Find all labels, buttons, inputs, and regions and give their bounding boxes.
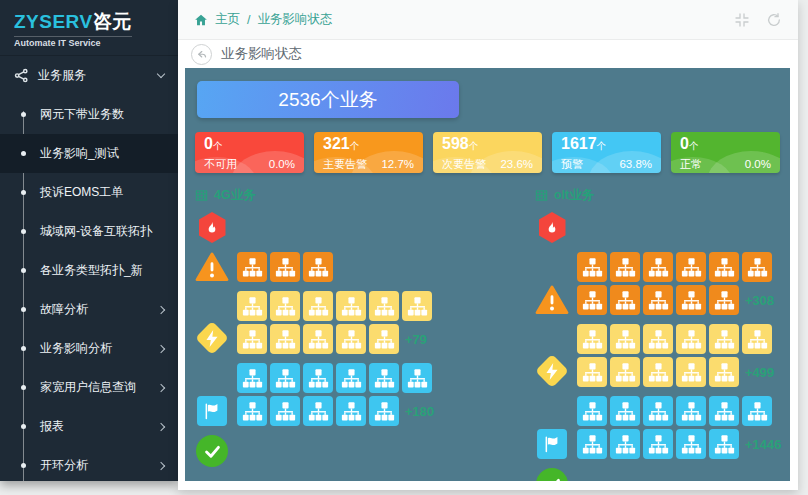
business-node-tile[interactable] xyxy=(336,291,366,321)
business-node-tile[interactable] xyxy=(577,396,607,426)
business-node-tile[interactable] xyxy=(709,252,739,282)
sidebar-item-reports[interactable]: 报表 xyxy=(0,407,178,446)
business-node-tile[interactable] xyxy=(676,429,706,459)
business-node-tile[interactable] xyxy=(270,252,300,282)
business-node-tile[interactable] xyxy=(237,396,267,426)
business-node-tile[interactable] xyxy=(610,429,640,459)
business-node-tile[interactable] xyxy=(676,324,706,354)
business-node-tile[interactable] xyxy=(709,357,739,387)
severity-group-normal xyxy=(535,468,782,481)
severity-icon-cell xyxy=(195,435,229,467)
sidebar-item-man-topology[interactable]: 城域网-设备互联拓扑 xyxy=(0,212,178,251)
business-node-tile[interactable] xyxy=(237,363,267,393)
business-node-tile[interactable] xyxy=(336,396,366,426)
business-node-tile[interactable] xyxy=(237,324,267,354)
business-node-tile[interactable] xyxy=(303,291,333,321)
status-card-major[interactable]: 321个 主要告警12.7% xyxy=(314,132,423,173)
severity-icon-cell xyxy=(535,285,569,315)
status-card-unavailable[interactable]: 0个 不可用0.0% xyxy=(195,132,304,173)
business-node-tile[interactable] xyxy=(369,396,399,426)
sidebar-item-open-loop[interactable]: 开环分析 xyxy=(0,446,178,481)
business-node-tile[interactable] xyxy=(610,396,640,426)
sidebar-item-home-user-query[interactable]: 家宽用户信息查询 xyxy=(0,368,178,407)
card-percent: 63.8% xyxy=(619,158,652,170)
business-node-tile[interactable] xyxy=(336,324,366,354)
business-node-tile[interactable] xyxy=(676,357,706,387)
status-card-normal[interactable]: 0个 正常0.0% xyxy=(671,132,780,173)
status-card-warning[interactable]: 1617个 预警63.8% xyxy=(552,132,661,173)
business-node-tile[interactable] xyxy=(643,285,673,315)
business-node-tile[interactable] xyxy=(709,429,739,459)
sidebar-item-type-topology[interactable]: 各业务类型拓扑_新 xyxy=(0,251,178,290)
business-node-tile[interactable] xyxy=(369,291,399,321)
business-node-tile[interactable] xyxy=(676,396,706,426)
business-node-tile[interactable] xyxy=(709,324,739,354)
business-node-tile[interactable] xyxy=(577,324,607,354)
business-node-tile[interactable] xyxy=(303,396,333,426)
business-node-tile[interactable] xyxy=(643,252,673,282)
business-node-tile[interactable] xyxy=(643,357,673,387)
breadcrumb-home[interactable]: 主页 xyxy=(215,11,240,28)
back-arrow-icon xyxy=(195,48,208,61)
business-node-tile[interactable] xyxy=(643,396,673,426)
chevron-right-icon xyxy=(157,305,165,313)
business-node-tile[interactable] xyxy=(643,429,673,459)
business-node-tile[interactable] xyxy=(270,363,300,393)
business-node-tile[interactable] xyxy=(709,285,739,315)
business-node-tile[interactable] xyxy=(577,285,607,315)
sidebar-item-eoms-tickets[interactable]: 投诉EOMS工单 xyxy=(0,173,178,212)
section-header: olt业务 xyxy=(535,187,782,204)
business-node-tile[interactable] xyxy=(610,324,640,354)
sidebar-item-impact-analysis[interactable]: 业务影响分析 xyxy=(0,329,178,368)
card-label: 预警 xyxy=(561,157,583,172)
business-node-tile[interactable] xyxy=(577,357,607,387)
sidebar-item-fault-analysis[interactable]: 故障分析 xyxy=(0,290,178,329)
status-card-minor[interactable]: 598个 次要告警23.6% xyxy=(433,132,542,173)
business-node-tile[interactable] xyxy=(336,363,366,393)
business-node-tile[interactable] xyxy=(610,357,640,387)
sidebar: ZYSERV咨元 Automate IT Service 业务服务 网元下带业务… xyxy=(0,0,178,481)
business-node-tile[interactable] xyxy=(643,324,673,354)
business-node-tile[interactable] xyxy=(676,285,706,315)
sidebar-submenu: 网元下带业务数 业务影响_测试 投诉EOMS工单 城域网-设备互联拓扑 各业务类… xyxy=(0,95,178,481)
business-node-tile[interactable] xyxy=(237,252,267,282)
share-icon xyxy=(14,68,29,83)
business-node-tile[interactable] xyxy=(610,252,640,282)
grid-icon xyxy=(195,189,208,202)
sidebar-item-impact-test[interactable]: 业务影响_测试 xyxy=(0,134,178,173)
sidebar-item-ne-services[interactable]: 网元下带业务数 xyxy=(0,95,178,134)
business-node-tile[interactable] xyxy=(610,285,640,315)
refresh-icon[interactable] xyxy=(766,12,782,28)
severity-group-critical xyxy=(535,212,782,243)
severity-groups: +79+180 xyxy=(195,212,463,467)
card-label: 主要告警 xyxy=(323,157,367,172)
business-node-tile[interactable] xyxy=(270,324,300,354)
business-node-tile[interactable] xyxy=(303,324,333,354)
section-header: 4G业务 xyxy=(195,187,463,204)
business-node-tile[interactable] xyxy=(742,324,772,354)
business-node-tile[interactable] xyxy=(402,363,432,393)
sidebar-item-business-services[interactable]: 业务服务 xyxy=(0,55,178,95)
compress-icon[interactable] xyxy=(734,12,750,28)
business-node-tile[interactable] xyxy=(303,252,333,282)
business-node-tile[interactable] xyxy=(577,252,607,282)
business-node-tile[interactable] xyxy=(577,429,607,459)
business-node-tile[interactable] xyxy=(303,363,333,393)
business-node-tile[interactable] xyxy=(402,291,432,321)
business-node-tile[interactable] xyxy=(709,396,739,426)
business-node-tile[interactable] xyxy=(369,363,399,393)
business-node-tile[interactable] xyxy=(237,291,267,321)
business-node-tile[interactable] xyxy=(742,252,772,282)
business-node-tile[interactable] xyxy=(369,324,399,354)
overflow-count: +1446 xyxy=(745,437,782,452)
business-node-tile[interactable] xyxy=(742,396,772,426)
business-node-tile[interactable] xyxy=(270,291,300,321)
business-node-tile[interactable] xyxy=(676,252,706,282)
page-title: 业务影响状态 xyxy=(221,45,302,63)
scrollbar[interactable] xyxy=(790,136,798,490)
back-button[interactable] xyxy=(191,44,212,65)
brand-name: ZYSERV xyxy=(14,11,93,32)
status-cards: 0个 不可用0.0% 321个 主要告警12.7% 598个 次要告警23.6%… xyxy=(195,132,780,173)
home-icon[interactable] xyxy=(194,13,208,27)
business-node-tile[interactable] xyxy=(270,396,300,426)
